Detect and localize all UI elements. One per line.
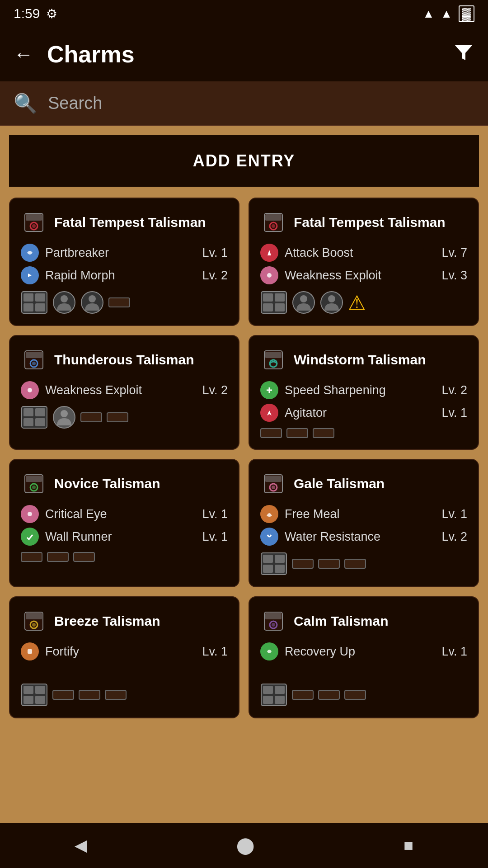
charm-card[interactable]: Thunderous Talisman Weakness Exploit Lv.… xyxy=(9,335,239,450)
skill-row: Weakness Exploit Lv. 3 xyxy=(260,266,467,284)
slot-empty xyxy=(108,297,130,307)
svg-rect-86 xyxy=(275,686,285,694)
card-title: Gale Talisman xyxy=(294,476,385,492)
back-button[interactable]: ← xyxy=(14,44,33,64)
svg-rect-87 xyxy=(263,696,273,704)
charm-card[interactable]: Breeze Talisman Fortify Lv. 1 xyxy=(9,596,239,718)
slot-empty xyxy=(73,552,95,562)
svg-rect-75 xyxy=(23,686,33,694)
slot-empty xyxy=(80,412,102,422)
skill-icon xyxy=(260,244,278,262)
slot-3-icon xyxy=(21,291,48,314)
skill-name: Fortify xyxy=(45,645,196,659)
svg-point-44 xyxy=(61,410,68,417)
slot-figure-icon xyxy=(320,291,343,314)
talisman-icon xyxy=(260,209,286,236)
skill-row: Critical Eye Lv. 1 xyxy=(21,505,228,523)
svg-point-4 xyxy=(32,224,36,228)
slot-empty xyxy=(344,690,366,700)
skill-level: Lv. 1 xyxy=(202,246,228,260)
slot-empty xyxy=(21,552,42,562)
slot-figure-icon xyxy=(52,406,76,429)
slot-empty xyxy=(318,690,340,700)
skill-level: Lv. 1 xyxy=(441,507,467,521)
filter-button[interactable] xyxy=(453,41,474,67)
svg-rect-40 xyxy=(35,408,45,416)
slot-3-icon xyxy=(260,552,287,576)
slot-empty xyxy=(292,559,314,569)
signal-icon: ▲ xyxy=(441,7,452,21)
card-slots xyxy=(21,552,228,562)
svg-rect-41 xyxy=(23,418,33,426)
talisman-icon xyxy=(21,347,47,373)
svg-point-35 xyxy=(32,362,36,365)
skill-row: Attack Boost Lv. 7 xyxy=(260,244,467,262)
skill-row: Water Resistance Lv. 2 xyxy=(260,528,467,546)
card-slots: ⚠ xyxy=(260,291,467,314)
card-slots xyxy=(21,406,228,429)
card-title: Breeze Talisman xyxy=(54,613,160,629)
svg-rect-85 xyxy=(263,686,273,694)
skill-name: Attack Boost xyxy=(285,246,435,260)
skill-icon xyxy=(21,244,39,262)
skill-name: Rapid Morph xyxy=(45,269,196,283)
card-slots xyxy=(260,683,467,707)
slot-3-icon xyxy=(21,683,48,707)
slot-3-icon xyxy=(260,683,287,707)
nav-bar: ◀ ⬤ ■ xyxy=(0,823,488,868)
skill-icon xyxy=(21,505,39,523)
slot-empty xyxy=(52,690,74,700)
skill-level: Lv. 3 xyxy=(441,269,467,283)
skill-name: Weakness Exploit xyxy=(45,383,196,397)
skill-name: Recovery Up xyxy=(285,645,435,659)
slot-empty xyxy=(313,428,334,438)
svg-point-13 xyxy=(61,295,68,302)
card-title: Novice Talisman xyxy=(54,476,160,492)
svg-point-15 xyxy=(89,295,96,302)
skill-name: Agitator xyxy=(285,406,435,420)
slot-empty xyxy=(286,428,308,438)
card-title: Fatal Tempest Talisman xyxy=(54,214,206,231)
skill-icon xyxy=(21,528,39,546)
skill-level: Lv. 2 xyxy=(202,269,228,283)
warning-icon: ⚠ xyxy=(348,291,366,314)
svg-rect-80 xyxy=(265,613,282,619)
charm-card[interactable]: Windstorm Talisman Speed Sharpening Lv. … xyxy=(249,335,479,450)
talisman-icon xyxy=(21,471,47,497)
svg-rect-9 xyxy=(35,293,45,302)
svg-rect-39 xyxy=(23,408,33,416)
nav-home-button[interactable]: ⬤ xyxy=(236,836,254,855)
card-title: Calm Talisman xyxy=(294,613,389,629)
status-time: 1:59 xyxy=(14,6,40,21)
svg-marker-0 xyxy=(455,45,473,60)
charm-card[interactable]: Novice Talisman Critical Eye Lv. 1 Wall … xyxy=(9,459,239,587)
skill-row: Wall Runner Lv. 1 xyxy=(21,528,228,546)
skill-row: Partbreaker Lv. 1 xyxy=(21,244,228,262)
svg-rect-33 xyxy=(26,352,42,358)
skill-row: Agitator Lv. 1 xyxy=(260,404,467,422)
card-slots xyxy=(21,683,228,707)
svg-rect-64 xyxy=(263,555,273,563)
svg-rect-78 xyxy=(35,696,45,704)
card-slots xyxy=(260,552,467,576)
svg-rect-26 xyxy=(263,303,273,311)
svg-point-60 xyxy=(272,486,275,489)
skill-icon xyxy=(260,528,278,546)
card-title: Windstorm Talisman xyxy=(294,352,426,368)
add-entry-button[interactable]: ADD ENTRY xyxy=(9,135,479,187)
charm-card[interactable]: Gale Talisman Free Meal Lv. 1 Water Resi… xyxy=(249,459,479,587)
nav-recent-button[interactable]: ■ xyxy=(404,836,413,855)
skill-level: Lv. 1 xyxy=(441,645,467,659)
skill-level: Lv. 1 xyxy=(202,530,228,544)
nav-back-button[interactable]: ◀ xyxy=(75,836,87,855)
skill-icon xyxy=(260,266,278,284)
charm-card[interactable]: Fatal Tempest Talisman Partbreaker Lv. 1… xyxy=(9,198,239,326)
skill-level: Lv. 7 xyxy=(441,246,467,260)
charm-card[interactable]: Fatal Tempest Talisman Attack Boost Lv. … xyxy=(249,198,479,326)
svg-rect-58 xyxy=(265,476,282,482)
talisman-icon xyxy=(260,608,286,634)
search-input[interactable] xyxy=(48,94,474,113)
settings-icon: ⚙ xyxy=(46,6,57,21)
charm-card[interactable]: Calm Talisman Recovery Up Lv. 1 xyxy=(249,596,479,718)
cards-grid: Fatal Tempest Talisman Partbreaker Lv. 1… xyxy=(9,198,479,718)
